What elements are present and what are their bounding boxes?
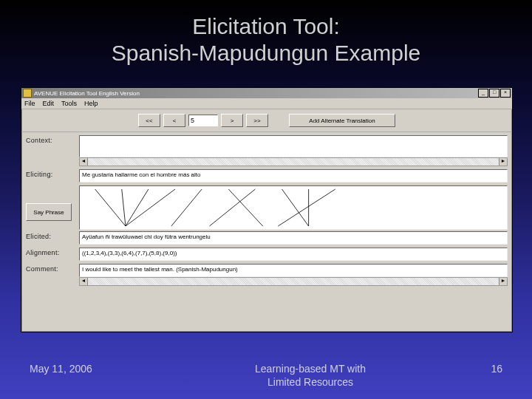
comment-field[interactable]: I would like to meet the tallest man. (S… xyxy=(79,264,508,277)
footer-date: May 11, 2006 xyxy=(30,363,163,375)
scroll-right-icon[interactable]: ► xyxy=(499,278,507,285)
scroll-left-icon[interactable]: ◄ xyxy=(80,158,88,166)
menu-tools[interactable]: Tools xyxy=(61,100,77,107)
menu-edit[interactable]: Edit xyxy=(43,100,55,107)
comment-scrollbar[interactable]: ◄ ► xyxy=(79,277,508,286)
prev-button[interactable]: < xyxy=(163,114,185,127)
comment-label: Comment: xyxy=(26,264,79,273)
slide-title: Elicitation Tool: Spanish-Mapudungun Exa… xyxy=(0,0,532,81)
context-scrollbar[interactable]: ◄ ► xyxy=(79,157,508,166)
elicited-field[interactable]: Ayüafun ñi trawüluwael chi doy fütra wen… xyxy=(79,231,508,245)
eliciting-row: Eliciting: Me gustaría hallarme con el h… xyxy=(26,169,508,183)
comment-row: Comment: I would like to meet the talles… xyxy=(26,264,508,286)
last-button[interactable]: >> xyxy=(246,114,268,127)
eliciting-field[interactable]: Me gustaría hallarme con el hombre más a… xyxy=(79,169,508,183)
context-field[interactable] xyxy=(79,135,508,157)
alignment-label: Alignment: xyxy=(26,248,79,256)
scroll-track[interactable] xyxy=(88,278,499,285)
svg-line-3 xyxy=(126,189,175,226)
svg-line-0 xyxy=(95,189,126,226)
minimize-button[interactable]: _ xyxy=(478,89,488,98)
footer-page-number: 16 xyxy=(458,363,502,375)
app-icon xyxy=(23,89,32,98)
elicited-label: Elicited: xyxy=(26,231,79,240)
index-input[interactable]: 5 xyxy=(188,115,218,126)
elicited-row: Elicited: Ayüafun ñi trawüluwael chi doy… xyxy=(26,231,508,245)
nav-toolbar: << < 5 > >> Add Alternate Translation xyxy=(21,109,512,132)
svg-line-5 xyxy=(228,189,262,226)
context-label: Context: xyxy=(26,135,79,144)
alignment-visual-row xyxy=(26,185,508,230)
add-alternate-translation-button[interactable]: Add Alternate Translation xyxy=(289,114,395,127)
svg-line-6 xyxy=(209,189,255,226)
alignment-row: Alignment: ((1,2,3,4),(3,3),(6,4),(7,7),… xyxy=(26,248,508,261)
eliciting-label: Eliciting: xyxy=(26,169,79,178)
window-titlebar[interactable]: AVENUE Elicitation Tool English Version … xyxy=(21,88,512,98)
menu-help[interactable]: Help xyxy=(84,100,98,107)
say-phrase-button[interactable]: Say Phrase xyxy=(26,203,72,221)
svg-line-1 xyxy=(122,189,126,226)
alignment-field[interactable]: ((1,2,3,4),(3,3),(6,4),(7,7),(5,8),(9,0)… xyxy=(79,248,508,261)
window-title-text: AVENUE Elicitation Tool English Version xyxy=(34,90,478,97)
menu-bar: File Edit Tools Help xyxy=(21,98,512,109)
svg-line-9 xyxy=(278,189,335,226)
scroll-track[interactable] xyxy=(88,158,499,166)
alignment-diagram[interactable] xyxy=(79,185,508,230)
elicitation-tool-window: AVENUE Elicitation Tool English Version … xyxy=(21,87,513,332)
title-line-2: Spanish-Mapudungun Example xyxy=(112,40,421,66)
title-line-1: Elicitation Tool: xyxy=(112,13,421,40)
maximize-button[interactable]: □ xyxy=(489,89,499,98)
next-button[interactable]: > xyxy=(221,114,243,127)
svg-line-2 xyxy=(126,189,149,226)
close-button[interactable]: × xyxy=(500,89,511,98)
svg-line-7 xyxy=(282,189,309,226)
first-button[interactable]: << xyxy=(138,114,160,127)
footer-title: Learning-based MT with Limited Resources xyxy=(163,363,458,389)
svg-line-4 xyxy=(171,189,202,226)
scroll-right-icon[interactable]: ► xyxy=(499,158,507,166)
context-row: Context: ◄ ► xyxy=(26,135,508,166)
menu-file[interactable]: File xyxy=(24,100,35,107)
slide-footer: May 11, 2006 Learning-based MT with Limi… xyxy=(0,363,532,389)
scroll-left-icon[interactable]: ◄ xyxy=(80,278,88,285)
